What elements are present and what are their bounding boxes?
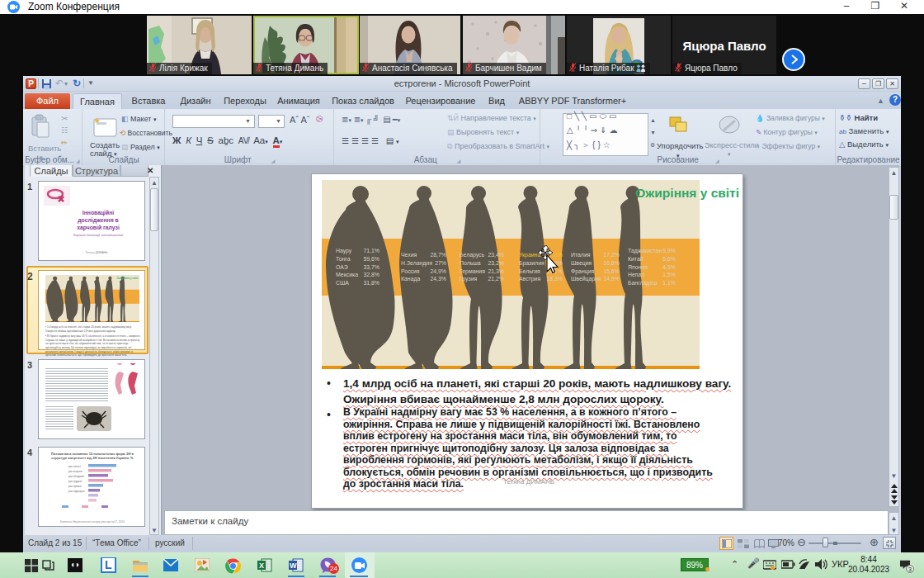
svg-text:рак підшлунк.: рак підшлунк. xyxy=(68,490,85,493)
svg-text:24,9%: 24,9% xyxy=(430,268,446,274)
svg-text:59,6%: 59,6% xyxy=(363,256,380,262)
svg-text:1,1%: 1,1% xyxy=(662,280,676,286)
svg-text:Ожиріння у світі: Ожиріння у світі xyxy=(116,277,138,280)
svg-text:9,9%: 9,9% xyxy=(662,248,676,253)
svg-text:1,5%: 1,5% xyxy=(662,272,676,277)
svg-text:Китай: Китай xyxy=(628,256,644,262)
svg-text:14,9%: 14,9% xyxy=(603,276,620,282)
svg-text:W: W xyxy=(290,561,297,570)
svg-text:4,5%: 4,5% xyxy=(662,264,676,270)
svg-text:18,3%: 18,3% xyxy=(546,276,563,282)
svg-text:X: X xyxy=(259,561,264,570)
svg-text:Германия: Германия xyxy=(460,268,485,275)
svg-text:Австрия: Австрия xyxy=(519,276,540,282)
svg-text:23,4%: 23,4% xyxy=(488,252,504,258)
svg-text:Таджикистан: Таджикистан xyxy=(628,248,662,254)
svg-text:Россия: Россия xyxy=(401,268,420,274)
svg-text:ОАЭ: ОАЭ xyxy=(336,264,348,270)
svg-text:21,3%: 21,3% xyxy=(488,268,504,274)
svg-text:Мексика: Мексика xyxy=(336,272,358,277)
svg-text:рак легені: рак легені xyxy=(68,465,81,468)
svg-text:17,2%: 17,2% xyxy=(603,252,620,258)
svg-text:23,2%: 23,2% xyxy=(488,260,504,266)
svg-text:рак прямої: рак прямої xyxy=(68,485,82,488)
svg-text:Польша: Польша xyxy=(460,260,481,266)
svg-text:24,3%: 24,3% xyxy=(430,276,446,282)
svg-text:Беларусь: Беларусь xyxy=(460,252,485,258)
svg-text:27%: 27% xyxy=(435,260,446,266)
svg-text:Франция: Франция xyxy=(571,268,595,275)
svg-text:5,6%: 5,6% xyxy=(662,256,676,262)
svg-text:США: США xyxy=(336,280,349,286)
svg-text:Н.Зеландия: Н.Зеландия xyxy=(401,260,432,267)
svg-text:Непал: Непал xyxy=(628,272,644,277)
svg-text:Тонга: Тонга xyxy=(336,256,351,262)
svg-text:16,6%: 16,6% xyxy=(603,260,620,266)
svg-text:Грузия: Грузия xyxy=(460,276,478,282)
svg-text:15,6%: 15,6% xyxy=(603,268,620,274)
svg-text:рак грудної: рак грудної xyxy=(68,480,82,483)
svg-text:31,8%: 31,8% xyxy=(363,280,380,286)
svg-text:рак ободової: рак ободової xyxy=(68,475,84,478)
svg-text:Бангладеш: Бангладеш xyxy=(628,280,658,287)
svg-text:32,8%: 32,8% xyxy=(363,272,380,277)
svg-text:рак шлунка: рак шлунка xyxy=(68,470,82,473)
svg-text:28,7%: 28,7% xyxy=(430,252,446,258)
svg-text:Швеция: Швеция xyxy=(571,260,592,267)
svg-text:33,7%: 33,7% xyxy=(363,264,380,270)
svg-text:Науру: Науру xyxy=(336,248,352,254)
svg-text:Япония: Япония xyxy=(628,264,648,270)
svg-text:Швейцария: Швейцария xyxy=(571,276,601,282)
svg-text:Чехия: Чехия xyxy=(401,252,417,258)
svg-text:Италия: Италия xyxy=(571,252,591,258)
svg-text:21,2%: 21,2% xyxy=(488,276,504,282)
svg-text:71,1%: 71,1% xyxy=(363,248,380,253)
svg-text:Канада: Канада xyxy=(401,276,421,282)
